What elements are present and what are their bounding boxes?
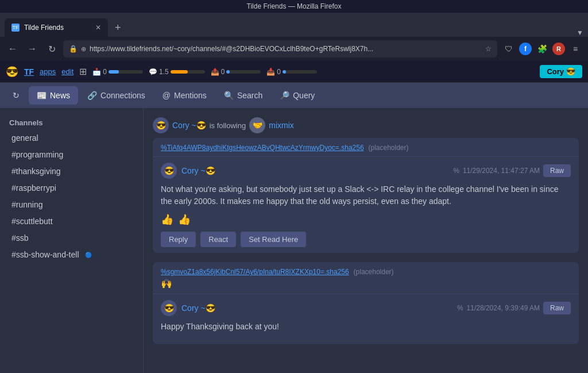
message-1-text: Not what you're asking, but somebody jus… xyxy=(161,183,571,207)
sidebar-label-thanksgiving: #thanksgiving xyxy=(11,167,61,176)
sidebar-item-thanksgiving[interactable]: #thanksgiving xyxy=(2,163,141,179)
sidebar-item-ssb[interactable]: #ssb xyxy=(2,230,141,246)
message-card-2-header: %sgmvoZ1a8x56jKibCnl57/Ay6/pIna/tuR8IXZK… xyxy=(153,262,579,294)
counter-3-fill xyxy=(226,70,230,74)
tab-query[interactable]: 🔎 Query xyxy=(272,86,323,105)
counter-4-fill xyxy=(283,70,286,74)
list-all-tabs-button[interactable]: ▼ xyxy=(577,29,583,37)
user-emoji: 😎 xyxy=(566,67,575,76)
lock-icon: 🔒 xyxy=(69,45,78,53)
browser-tab-active[interactable]: TF Tilde Friends ✕ xyxy=(5,18,108,37)
follow-notice-target-avatar: 🤝 xyxy=(249,117,265,133)
message-1-timestamp: % 11/29/2024, 11:47:27 AM Raw xyxy=(453,164,571,177)
browser-tabs-bar: TF Tilde Friends ✕ + ▼ xyxy=(0,13,588,37)
tab-connections[interactable]: 🔗 Connections xyxy=(79,86,153,105)
facebook-icon[interactable]: f xyxy=(519,43,532,55)
tab-favicon: TF xyxy=(11,24,20,32)
url-text[interactable]: https://www.tildefriends.net/~cory/chann… xyxy=(90,45,482,53)
counter-1-value: 0 xyxy=(103,68,107,76)
counter-1: 📩 0 xyxy=(92,68,143,76)
sidebar: Channels general #programming #thanksgiv… xyxy=(0,108,144,373)
sidebar-item-running[interactable]: #running xyxy=(2,197,141,213)
tab-news[interactable]: 📰 News xyxy=(29,86,78,105)
user-badge[interactable]: Cory 😎 xyxy=(540,65,582,78)
follow-notice-target[interactable]: mixmix xyxy=(269,121,294,130)
follow-notice: 😎 Cory ~😎 is following 🤝 mixmix xyxy=(153,113,579,138)
tab-query-label: Query xyxy=(293,91,315,100)
message-2-text: Happy Thanksgiving back at you! xyxy=(161,321,571,333)
message-1-avatar: 😎 xyxy=(161,163,177,179)
counter-2-fill xyxy=(171,70,188,74)
message-2-meta: 😎 Cory ~😎 % 11/28/2024, 9:39:49 AM Raw xyxy=(161,300,571,316)
sidebar-label-scuttlebutt: #scuttlebutt xyxy=(11,217,53,226)
back-button[interactable]: ← xyxy=(5,41,21,57)
url-bar[interactable]: 🔒 ⊕ https://www.tildefriends.net/~cory/c… xyxy=(63,40,497,57)
react-button[interactable]: React xyxy=(200,232,236,247)
tab-mentions[interactable]: @ Mentions xyxy=(154,86,215,105)
follow-notice-author[interactable]: Cory ~😎 xyxy=(172,121,206,130)
forward-button[interactable]: → xyxy=(24,41,40,57)
bookmark-icon[interactable]: ☆ xyxy=(485,45,492,53)
tab-news-label: News xyxy=(50,91,70,100)
message-2-raw-button[interactable]: Raw xyxy=(543,302,571,314)
user-label: Cory xyxy=(547,67,564,76)
browser-nav-right: 🛡 f 🧩 R ≡ xyxy=(501,41,583,57)
message-2-extra-emoji: 🙌 xyxy=(161,276,172,289)
message-1-meta: 😎 Cory ~😎 % 11/29/2024, 11:47:27 AM Raw xyxy=(161,163,571,179)
mentions-icon: @ xyxy=(163,91,171,100)
message-card-1: %TiAfq4AWP8aydhiKtgsHeowzABvQHtwcAzYrmwy… xyxy=(153,138,579,253)
message-2-avatar: 😎 xyxy=(161,300,177,316)
app-emoji-icon[interactable]: 😎 xyxy=(6,66,18,78)
tab-refresh[interactable]: ↻ xyxy=(5,86,28,105)
follow-notice-avatar: 😎 xyxy=(153,117,169,133)
message-2-hash-link[interactable]: %sgmvoZ1a8x56jKibCnl57/Ay6/pIna/tuR8IXZK… xyxy=(161,268,349,276)
message-card-1-header: %TiAfq4AWP8aydhiKtgsHeowzABvQHtwcAzYrmwy… xyxy=(153,138,579,157)
browser-nav-bar: ← → ↻ 🔒 ⊕ https://www.tildefriends.net/~… xyxy=(0,37,588,61)
extensions-icon[interactable]: 🧩 xyxy=(534,41,550,57)
sidebar-dot-ssb-show-and-tell: 🔵 xyxy=(85,252,92,258)
shield-icon[interactable]: 🛡 xyxy=(501,41,517,57)
message-card-2-body: 😎 Cory ~😎 % 11/28/2024, 9:39:49 AM Raw H… xyxy=(153,294,579,344)
message-card-2: %sgmvoZ1a8x56jKibCnl57/Ay6/pIna/tuR8IXZK… xyxy=(153,262,579,344)
sidebar-item-scuttlebutt[interactable]: #scuttlebutt xyxy=(2,213,141,229)
sidebar-label-programming: #programming xyxy=(11,150,63,159)
refresh-button[interactable]: ↻ xyxy=(44,41,60,57)
sidebar-item-general[interactable]: general xyxy=(2,130,141,146)
edit-link[interactable]: edit xyxy=(61,67,74,76)
counter-4: 📥 0 xyxy=(266,68,317,76)
message-1-hash-link[interactable]: %TiAfq4AWP8aydhiKtgsHeowzABvQHtwcAzYrmwy… xyxy=(161,144,364,152)
browser-titlebar: Tilde Friends — Mozilla Firefox xyxy=(0,0,588,13)
reaction-thumbsup-1: 👍 xyxy=(161,213,173,226)
message-2-author-name[interactable]: Cory ~😎 xyxy=(181,303,215,313)
set-read-here-button[interactable]: Set Read Here xyxy=(241,232,306,247)
tab-connections-label: Connections xyxy=(100,91,145,100)
sidebar-label-raspberrypi: #raspberrypi xyxy=(11,183,56,193)
profile-icon[interactable]: R xyxy=(552,43,565,55)
message-card-1-body: 😎 Cory ~😎 % 11/29/2024, 11:47:27 AM Raw … xyxy=(153,157,579,253)
sidebar-item-programming[interactable]: #programming xyxy=(2,147,141,163)
new-tab-button[interactable]: + xyxy=(110,18,126,37)
browser-title: Tilde Friends — Mozilla Firefox xyxy=(247,2,342,10)
reaction-thumbsup-2: 👍 xyxy=(178,213,191,226)
sidebar-item-ssb-show-and-tell[interactable]: #ssb-show-and-tell 🔵 xyxy=(2,247,141,263)
message-1-raw-button[interactable]: Raw xyxy=(543,164,571,177)
message-1-author-name[interactable]: Cory ~😎 xyxy=(181,166,215,175)
apps-link[interactable]: apps xyxy=(40,67,56,76)
sidebar-label-general: general xyxy=(11,133,38,143)
content-area: 😎 Cory ~😎 is following 🤝 mixmix %TiAfq4A… xyxy=(144,108,588,373)
message-1-placeholder: (placeholder) xyxy=(368,144,408,152)
counter-1-fill xyxy=(109,70,119,74)
counter-3-bar xyxy=(226,70,261,74)
sidebar-item-raspberrypi[interactable]: #raspberrypi xyxy=(2,180,141,196)
refresh-icon: ↻ xyxy=(13,91,20,100)
tf-link[interactable]: TF xyxy=(24,67,34,76)
tab-search[interactable]: 🔍 Search xyxy=(216,86,270,105)
menu-button[interactable]: ≡ xyxy=(567,41,583,57)
content-inner: 😎 Cory ~😎 is following 🤝 mixmix %TiAfq4A… xyxy=(144,108,588,358)
message-1-reactions: 👍 👍 xyxy=(161,213,571,226)
sidebar-label-ssb: #ssb xyxy=(11,233,29,243)
tab-close-button[interactable]: ✕ xyxy=(95,24,101,32)
reply-button[interactable]: Reply xyxy=(161,232,196,247)
grid-icon[interactable]: ⊞ xyxy=(79,66,87,77)
counter-2: 💬 1.5 xyxy=(149,68,205,76)
